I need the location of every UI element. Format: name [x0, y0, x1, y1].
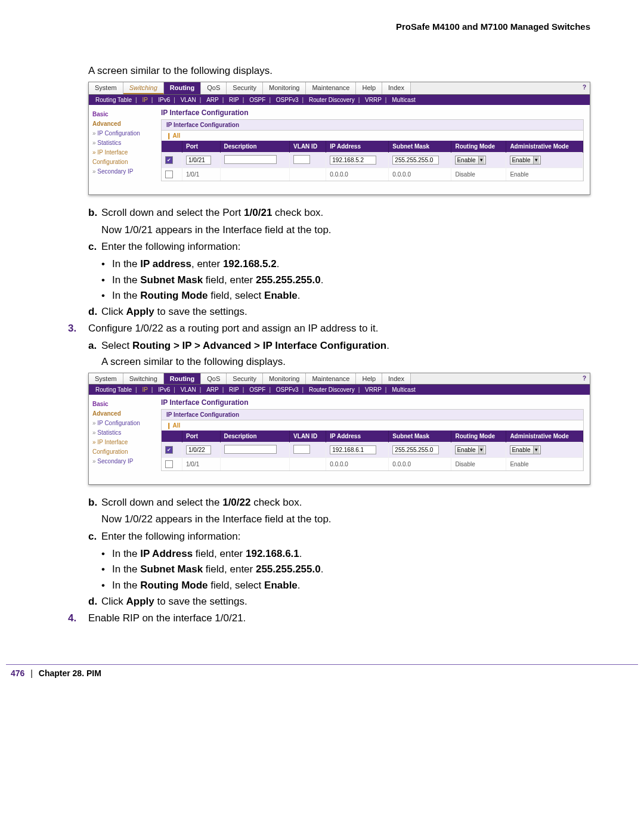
vlan-input[interactable] — [293, 445, 310, 454]
ip-input[interactable]: 192.168.5.2 — [330, 156, 376, 165]
tab-maintenance[interactable]: Maintenance — [306, 82, 356, 94]
step-c: Enter the following information: — [101, 240, 590, 255]
filter-all[interactable]: All — [162, 130, 583, 141]
subtab-routing-table[interactable]: Routing Table — [94, 386, 134, 393]
desc-input[interactable] — [224, 445, 277, 454]
footer: 476 | Chapter 28. PIM — [0, 665, 644, 702]
sidebar-secondary-ip[interactable]: Secondary IP — [92, 167, 155, 176]
subtab-arp[interactable]: ARP — [205, 97, 221, 103]
tab-monitoring[interactable]: Monitoring — [263, 373, 306, 384]
tab-routing[interactable]: Routing — [164, 373, 202, 384]
tab-index[interactable]: Index — [382, 373, 411, 384]
filter-all[interactable]: All — [162, 420, 583, 431]
col-rmode: Routing Mode — [451, 141, 506, 153]
step-d: Click Apply to save the settings. — [101, 305, 590, 320]
row-checkbox[interactable] — [165, 460, 173, 468]
sidebar-ip-config[interactable]: IP Configuration — [92, 129, 155, 138]
cell-ip: 0.0.0.0 — [326, 168, 389, 181]
top-tabs: System Switching Routing QoS Security Mo… — [89, 373, 590, 385]
sidebar-advanced[interactable]: Advanced — [92, 409, 155, 419]
ip-input[interactable]: 192.168.6.1 — [330, 445, 376, 454]
col-amode: Administrative Mode — [506, 431, 583, 442]
tab-maintenance[interactable]: Maintenance — [306, 373, 356, 384]
sidebar-statistics[interactable]: Statistics — [92, 138, 155, 148]
subtab-ospf[interactable]: OSPF — [247, 386, 267, 393]
cell-port: 1/0/1 — [182, 457, 221, 470]
col-vlan: VLAN ID — [290, 141, 326, 153]
subtab-multicast[interactable]: Multicast — [390, 386, 417, 393]
row-checkbox[interactable] — [165, 446, 173, 454]
panel-title: IP Interface Configuration — [161, 398, 584, 407]
rmode-select[interactable]: Enable — [455, 156, 486, 165]
step-c: Enter the following information: — [101, 529, 590, 544]
table-row-edit: 1/0/21 192.168.5.2 255.255.255.0 Enable … — [162, 153, 583, 168]
subtab-vrrp[interactable]: VRRP — [363, 97, 383, 103]
subtab-ip[interactable]: IP — [140, 386, 149, 393]
col-ip: IP Address — [326, 141, 389, 153]
row-checkbox[interactable] — [165, 171, 173, 178]
subtab-ospf[interactable]: OSPF — [247, 97, 267, 103]
rmode-select[interactable]: Enable — [455, 445, 486, 454]
tab-routing[interactable]: Routing — [164, 82, 202, 94]
subtab-ip[interactable]: IP — [140, 97, 149, 103]
step-b-follow: Now 1/0/22 appears in the Interface fiel… — [101, 512, 590, 527]
subtab-vlan[interactable]: VLAN — [179, 97, 198, 103]
intro-text-1: A screen similar to the following displa… — [88, 65, 590, 77]
tab-monitoring[interactable]: Monitoring — [263, 82, 306, 94]
tab-index[interactable]: Index — [382, 82, 411, 94]
cell-mask: 0.0.0.0 — [389, 457, 451, 470]
tab-security[interactable]: Security — [227, 82, 263, 94]
sidebar-ip-interface[interactable]: IP Interface Configuration — [92, 148, 155, 167]
sidebar-ip-interface[interactable]: IP Interface Configuration — [92, 438, 155, 457]
sidebar-advanced[interactable]: Advanced — [92, 119, 155, 129]
mask-input[interactable]: 255.255.255.0 — [392, 156, 439, 165]
subtab-ipv6[interactable]: IPv6 — [156, 386, 172, 393]
sidebar: Basic Advanced IP Configuration Statisti… — [89, 105, 155, 194]
subtab-rip[interactable]: RIP — [227, 97, 241, 103]
amode-select[interactable]: Enable — [510, 445, 541, 454]
tab-security[interactable]: Security — [227, 373, 263, 384]
screenshot-1: System Switching Routing QoS Security Mo… — [88, 82, 590, 195]
amode-select[interactable]: Enable — [510, 156, 541, 165]
table-row: 1/0/1 0.0.0.0 0.0.0.0 Disable Enable — [162, 168, 583, 181]
bullet: In the IP Address field, enter 192.168.6… — [112, 547, 590, 562]
tab-switching[interactable]: Switching — [123, 373, 164, 384]
mask-input[interactable]: 255.255.255.0 — [392, 445, 439, 454]
step-d: Click Apply to save the settings. — [101, 594, 590, 609]
tab-qos[interactable]: QoS — [201, 373, 227, 384]
subtab-multicast[interactable]: Multicast — [390, 97, 417, 103]
desc-input[interactable] — [224, 155, 277, 164]
subtab-router-discovery[interactable]: Router Discovery — [307, 97, 357, 103]
bullet: In the Routing Mode field, select Enable… — [112, 578, 590, 593]
top-tabs: System Switching Routing QoS Security Mo… — [89, 82, 590, 95]
sidebar-secondary-ip[interactable]: Secondary IP — [92, 457, 155, 466]
subtab-routing-table[interactable]: Routing Table — [94, 97, 134, 103]
tab-qos[interactable]: QoS — [201, 82, 227, 94]
step-a: Select Routing > IP > Advanced > IP Inte… — [101, 339, 590, 354]
port-input[interactable]: 1/0/22 — [186, 445, 211, 454]
subtab-router-discovery[interactable]: Router Discovery — [307, 386, 357, 393]
row-checkbox[interactable] — [165, 156, 173, 164]
help-icon[interactable]: ? — [579, 373, 590, 384]
tab-system[interactable]: System — [89, 82, 123, 94]
sidebar-basic[interactable]: Basic — [92, 400, 155, 409]
subtab-rip[interactable]: RIP — [227, 386, 241, 393]
tab-switching[interactable]: Switching — [123, 82, 164, 94]
table-row: 1/0/1 0.0.0.0 0.0.0.0 Disable Enable — [162, 457, 583, 470]
tab-system[interactable]: System — [89, 373, 123, 384]
port-input[interactable]: 1/0/21 — [186, 156, 211, 165]
tab-help[interactable]: Help — [356, 82, 382, 94]
vlan-input[interactable] — [293, 155, 310, 164]
sidebar-statistics[interactable]: Statistics — [92, 428, 155, 438]
subtab-ospfv3[interactable]: OSPFv3 — [274, 386, 301, 393]
subtab-arp[interactable]: ARP — [205, 386, 221, 393]
sidebar-basic[interactable]: Basic — [92, 110, 155, 119]
help-icon[interactable]: ? — [579, 82, 590, 94]
sidebar-ip-config[interactable]: IP Configuration — [92, 419, 155, 428]
subtab-ospfv3[interactable]: OSPFv3 — [274, 97, 301, 103]
subtab-vrrp[interactable]: VRRP — [363, 386, 383, 393]
subtab-vlan[interactable]: VLAN — [179, 386, 198, 393]
table-row-edit: 1/0/22 192.168.6.1 255.255.255.0 Enable … — [162, 442, 583, 457]
tab-help[interactable]: Help — [356, 373, 382, 384]
subtab-ipv6[interactable]: IPv6 — [156, 97, 172, 103]
